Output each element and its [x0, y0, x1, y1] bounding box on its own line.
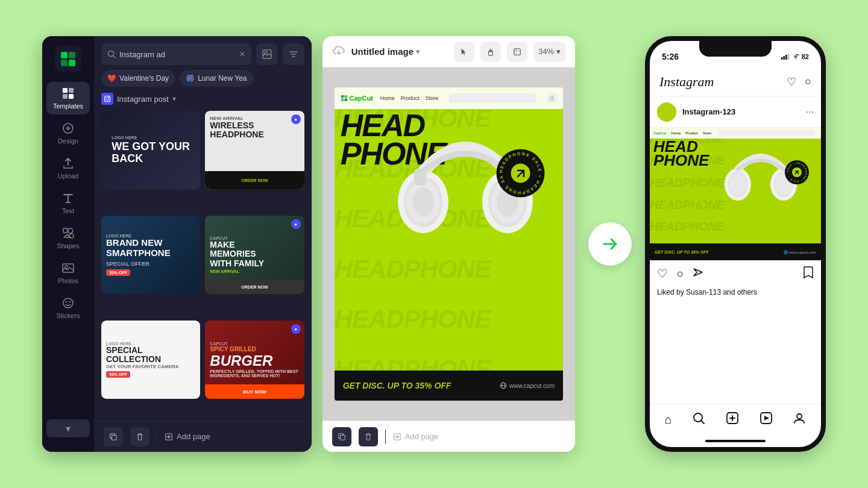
svg-rect-4 [63, 88, 68, 93]
template-badge-2: ● [291, 114, 301, 124]
post-author-name[interactable]: Instagram-123 [682, 107, 800, 116]
tag-lunar[interactable]: 🎆 Lunar New Yea [180, 70, 253, 87]
sale-badge-svg: HEADPHONE SALE • HEADPHONE SALE • [495, 148, 546, 199]
search-box[interactable]: Instagram ad ✕ [101, 43, 251, 65]
template-card-5[interactable]: LOGO HERE SPECIALCOLLECTION GET YOUR FAV… [101, 321, 200, 399]
comment-icon[interactable]: ○ [676, 267, 684, 281]
svg-rect-6 [63, 94, 68, 99]
bg-line-5: HEADPHONE [335, 305, 563, 334]
sidebar-label-photos: Photos [58, 277, 78, 284]
svg-point-65 [797, 414, 802, 419]
sidebar-item-shapes[interactable]: Shapes [46, 222, 90, 254]
message-icon[interactable]: ○ [805, 75, 811, 89]
svg-point-37 [412, 187, 434, 216]
post-more-button[interactable]: ··· [806, 107, 814, 117]
mini-main-text: HEADPHONE [653, 140, 709, 168]
sidebar-label-shapes: Shapes [57, 242, 79, 249]
filter-button[interactable] [283, 43, 304, 65]
post-avatar[interactable] [657, 102, 676, 122]
nav-profile-icon[interactable] [793, 411, 806, 428]
app-logo[interactable] [55, 46, 81, 72]
more-icon: ▾ [66, 423, 71, 434]
svg-rect-40 [414, 169, 426, 186]
template-card-4[interactable]: CapCut MAKEMEMORIESWITH FAMILY NEW ARRIV… [205, 216, 304, 294]
svg-rect-0 [61, 52, 68, 58]
sidebar-item-stickers[interactable]: Stickers [46, 292, 90, 324]
sidebar-item-templates[interactable]: Templates [46, 82, 90, 114]
template-card-6[interactable]: CapCut SPICY GRILLED Burger Perfectly gr… [205, 321, 304, 399]
frame-tool-button[interactable] [507, 42, 527, 62]
post-author-row: Instagram-123 ··· [650, 96, 821, 128]
canvas-content[interactable]: HEADPHONE HEADPHONE HEADPHONE HEADPHONE … [322, 67, 575, 421]
svg-rect-2 [61, 60, 68, 66]
svg-point-57 [729, 174, 746, 195]
template-card-2[interactable]: NEW ARRIVAL WIRELESSHEADPHONE 50% OFF OR… [205, 111, 304, 189]
heart-icon[interactable]: ♡ [787, 75, 796, 89]
nav-reels-icon[interactable] [760, 411, 773, 428]
svg-rect-29 [344, 99, 347, 102]
sidebar-more-button[interactable]: ▾ [46, 419, 90, 437]
sidebar-item-text[interactable]: Text [46, 187, 90, 219]
image-search-button[interactable] [256, 43, 278, 65]
instagram-header-icons: ♡ ○ [787, 75, 811, 89]
svg-point-10 [68, 228, 73, 233]
zoom-dropdown-icon: ▾ [556, 47, 561, 56]
search-clear-icon[interactable]: ✕ [239, 50, 245, 58]
share-icon[interactable] [692, 266, 704, 281]
category-dropdown-icon: ▾ [172, 95, 176, 103]
tag-valentines[interactable]: ❤️ Valentine's Day [101, 70, 175, 87]
svg-rect-47 [340, 435, 345, 440]
nav-search-icon[interactable] [692, 411, 705, 428]
sidebar-item-design[interactable]: Design [46, 117, 90, 149]
mini-discount-text: GET DISC. UP TO 35% OFF [655, 250, 709, 254]
home-bar [705, 440, 766, 442]
lunar-label: Lunar New Yea [198, 74, 247, 83]
nav-add-icon[interactable] [726, 411, 739, 428]
editor-right-panel: Instagram ad ✕ [94, 36, 312, 452]
svg-rect-27 [344, 95, 347, 98]
search-value: Instagram ad [119, 50, 165, 59]
zoom-control[interactable]: 34% ▾ [533, 42, 565, 62]
instagram-app-header: Instagram ♡ ○ [650, 67, 821, 96]
select-tool-button[interactable] [454, 42, 474, 62]
editor-bottom-bar: Add page [94, 421, 312, 452]
svg-rect-49 [781, 57, 783, 60]
template-badge-4: ● [291, 219, 301, 229]
svg-point-22 [108, 97, 110, 98]
mini-bottom-bar: GET DISC. UP TO 35% OFF 🌐 www.capcut.com [650, 243, 821, 260]
sidebar: Templates Design Upload [42, 36, 94, 452]
post-image: HEADPHONE HEADPHONE HEADPHONE HEADPHONE … [650, 128, 821, 260]
svg-rect-28 [341, 99, 344, 102]
nav-home-icon[interactable]: ⌂ [665, 413, 672, 427]
svg-rect-5 [69, 88, 74, 93]
svg-rect-50 [783, 56, 785, 60]
canvas-delete-button[interactable] [359, 427, 378, 446]
template-card-3[interactable]: LOGO HERE BRAND NEWSMARTPHONESPECIAL OFF… [101, 216, 200, 294]
add-page-button[interactable]: Add page [165, 432, 210, 441]
template-card-1[interactable]: LOGO HERE WE GOT YOURBACK [101, 111, 200, 189]
liked-by-text: Liked by Susan-113 and others [657, 288, 757, 296]
canvas-add-page-button[interactable]: Add page [393, 432, 439, 441]
svg-point-11 [69, 234, 74, 238]
mini-website-text: 🌐 www.capcut.com [784, 250, 816, 254]
copy-button[interactable] [104, 427, 123, 446]
transition-arrow [586, 220, 634, 268]
sale-badge-container: HEADPHONE SALE • HEADPHONE SALE • [495, 148, 546, 199]
svg-point-16 [69, 301, 71, 302]
bookmark-icon[interactable] [803, 266, 814, 282]
zoom-value: 34% [538, 47, 554, 56]
cloud-icon [332, 45, 345, 58]
sidebar-item-photos[interactable]: Photos [46, 257, 90, 289]
canvas-copy-button[interactable] [332, 427, 351, 446]
phone-home-indicator [650, 435, 821, 447]
hand-tool-button[interactable] [480, 42, 501, 62]
category-row[interactable]: Instagram post ▾ [94, 93, 312, 111]
canvas-title[interactable]: Untitled image ▾ [351, 46, 420, 57]
svg-rect-9 [63, 228, 68, 233]
sidebar-item-upload[interactable]: Upload [46, 152, 90, 184]
delete-button[interactable] [130, 427, 149, 446]
sidebar-label-templates: Templates [53, 102, 83, 110]
svg-point-14 [63, 298, 73, 308]
like-icon[interactable]: ♡ [657, 266, 668, 281]
toolbar-divider [157, 430, 157, 444]
